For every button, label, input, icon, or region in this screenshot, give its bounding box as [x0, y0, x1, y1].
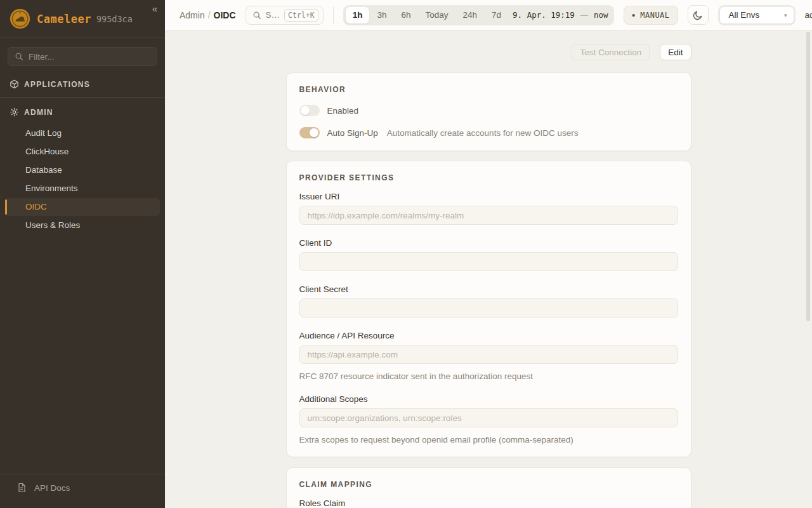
field-label: Audience / API Resource [299, 331, 678, 340]
env-selector[interactable]: All Envs ▾ [718, 5, 796, 25]
time-range-today[interactable]: Today [418, 7, 455, 23]
page-content: Test Connection Edit BEHAVIOR Enabled Au… [165, 30, 812, 508]
gear-icon [10, 107, 19, 117]
test-connection-button[interactable]: Test Connection [572, 44, 650, 60]
field-label: Additional Scopes [299, 394, 678, 404]
roles-claim-field: Roles Claim [299, 498, 678, 508]
breadcrumb: Admin/OIDC [180, 10, 236, 20]
field-help-text: RFC 8707 resource indicator sent in the … [299, 371, 678, 381]
document-icon [16, 483, 27, 493]
field-label: Issuer URI [299, 192, 678, 201]
toggle-label: Enabled [327, 106, 359, 116]
time-range-1h[interactable]: 1h [346, 7, 370, 23]
status-dot: ● [632, 13, 635, 18]
vertical-scrollbar[interactable] [806, 32, 810, 321]
chevron-down-icon: ▾ [784, 12, 787, 18]
sidebar-collapse-icon[interactable]: « [152, 4, 157, 13]
issuer-uri-input[interactable] [299, 206, 678, 225]
toggle-knob [310, 128, 318, 137]
provider-settings-card: PROVIDER SETTINGS Issuer URI Client ID C… [286, 161, 691, 457]
behavior-card: BEHAVIOR Enabled Auto Sign-Up Automatica… [286, 72, 691, 151]
client-id-field: Client ID [299, 238, 678, 271]
filter-placeholder: Filter... [29, 52, 55, 62]
claim-mapping-card: CLAIM MAPPING Roles Claim [286, 467, 691, 508]
breadcrumb-separator: / [208, 10, 211, 20]
field-label: Client Secret [299, 284, 678, 294]
topbar-divider [333, 7, 334, 23]
cameleer-logo-icon [10, 8, 30, 29]
toggle-knob [301, 106, 310, 115]
time-range-from[interactable]: 9. Apr. 19:19 [509, 10, 579, 20]
time-range-24h[interactable]: 24h [456, 7, 485, 23]
sidebar-item-oidc[interactable]: OIDC [5, 198, 160, 216]
time-range-7d[interactable]: 7d [485, 7, 508, 23]
sidebar-section-admin[interactable]: ADMIN [0, 100, 165, 123]
api-docs-label: API Docs [34, 483, 70, 493]
auto-signup-toggle-row: Auto Sign-Up Automatically create accoun… [299, 127, 678, 138]
user-name[interactable]: admin [805, 10, 812, 20]
audience-input[interactable] [299, 345, 678, 364]
sidebar-nav: APPLICATIONS ADMIN Audit Log ClickHouse … [0, 72, 165, 236]
admin-nav-items: Audit Log ClickHouse Database Environmen… [0, 123, 165, 236]
enabled-toggle-row: Enabled [299, 105, 678, 116]
env-selector-label: All Envs [729, 10, 760, 20]
refresh-mode-label: MANUAL [640, 11, 669, 20]
additional-scopes-input[interactable] [299, 408, 678, 427]
page-actions: Test Connection Edit [286, 44, 691, 60]
main-area: Admin/OIDC S… Ctrl+K 1h 3h 6h Today 24h … [165, 0, 812, 508]
sidebar-filter-input[interactable]: Filter... [8, 47, 157, 66]
sidebar-item-users-roles[interactable]: Users & Roles [5, 217, 160, 234]
topbar: Admin/OIDC S… Ctrl+K 1h 3h 6h Today 24h … [165, 0, 812, 30]
toggle-description: Automatically create accounts for new OI… [387, 128, 579, 138]
time-range-dash: — [579, 11, 589, 20]
search-icon [15, 52, 23, 61]
sidebar-divider [0, 97, 165, 98]
enabled-toggle[interactable] [299, 105, 320, 116]
client-secret-field: Client Secret [299, 284, 678, 318]
moon-icon [693, 10, 703, 20]
issuer-uri-field: Issuer URI [299, 192, 678, 225]
audience-field: Audience / API Resource RFC 8707 resourc… [299, 331, 678, 381]
env-selector-value[interactable]: All Envs ▾ [720, 7, 794, 23]
additional-scopes-field: Additional Scopes Extra scopes to reques… [299, 394, 678, 444]
time-range-6h[interactable]: 6h [394, 7, 417, 23]
section-label: APPLICATIONS [24, 80, 90, 89]
time-range-selector: 1h 3h 6h Today 24h 7d 9. Apr. 19:19 — no… [343, 5, 615, 25]
field-label: Client ID [299, 238, 678, 248]
field-label: Roles Claim [299, 498, 678, 508]
client-secret-input[interactable] [299, 298, 678, 318]
package-icon [10, 79, 19, 89]
sidebar-item-environments[interactable]: Environments [5, 180, 160, 197]
breadcrumb-parent[interactable]: Admin [180, 10, 205, 20]
sidebar-section-applications[interactable]: APPLICATIONS [0, 72, 165, 95]
time-range-3h[interactable]: 3h [370, 7, 393, 23]
edit-button[interactable]: Edit [660, 44, 691, 60]
auto-signup-toggle[interactable] [299, 127, 320, 138]
time-range-to[interactable]: now [590, 10, 612, 20]
sidebar-item-database[interactable]: Database [5, 161, 160, 179]
toggle-label: Auto Sign-Up [327, 128, 378, 138]
env-id: 995d3ca [96, 14, 133, 24]
sidebar: Cameleer 995d3ca « Filter... APPLICATION… [0, 0, 165, 508]
section-label: ADMIN [24, 108, 53, 117]
card-title: CLAIM MAPPING [299, 480, 678, 489]
theme-toggle-button[interactable] [688, 5, 709, 25]
sidebar-header: Cameleer 995d3ca « [0, 0, 165, 38]
breadcrumb-current: OIDC [214, 10, 236, 20]
sidebar-item-audit-log[interactable]: Audit Log [5, 124, 160, 142]
client-id-input[interactable] [299, 252, 678, 271]
card-title: PROVIDER SETTINGS [299, 173, 678, 182]
field-help-text: Extra scopes to request beyond openid em… [299, 435, 678, 444]
refresh-mode-badge[interactable]: ● MANUAL [624, 6, 678, 25]
api-docs-link[interactable]: API Docs [0, 474, 165, 508]
sidebar-item-clickhouse[interactable]: ClickHouse [5, 143, 160, 161]
global-search-button[interactable]: S… Ctrl+K [246, 6, 324, 25]
brand-name: Cameleer [37, 13, 91, 25]
search-label: S… [266, 10, 280, 20]
card-title: BEHAVIOR [299, 85, 678, 94]
search-shortcut-badge: Ctrl+K [284, 9, 318, 22]
search-icon [252, 11, 261, 20]
